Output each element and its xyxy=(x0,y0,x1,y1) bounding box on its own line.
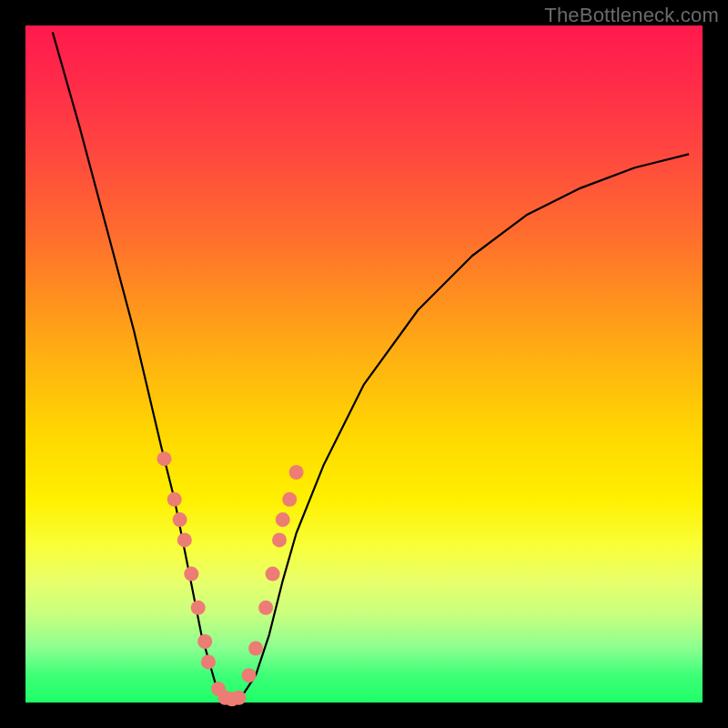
curve-marker xyxy=(197,634,212,649)
curve-marker xyxy=(173,512,187,527)
curve-marker xyxy=(242,668,257,682)
curve-marker xyxy=(184,567,198,581)
curve-marker xyxy=(276,512,290,527)
curve-marker xyxy=(272,532,287,547)
curve-marker xyxy=(177,532,192,547)
curve-marker xyxy=(266,567,280,581)
curve-marker xyxy=(289,465,304,480)
curve-marker xyxy=(248,642,263,656)
curve-marker xyxy=(282,492,297,507)
bottleneck-curve xyxy=(53,32,689,699)
curve-marker xyxy=(231,691,246,705)
chart-frame: TheBottleneck.com xyxy=(0,0,728,728)
curve-marker xyxy=(157,451,172,466)
curve-marker xyxy=(167,492,182,507)
watermark-text: TheBottleneck.com xyxy=(544,4,719,27)
marker-group xyxy=(157,451,304,706)
curve-marker xyxy=(191,601,206,615)
curve-marker xyxy=(201,654,216,669)
bottleneck-curve-svg xyxy=(25,25,703,703)
curve-marker xyxy=(258,601,273,615)
plot-area xyxy=(25,25,703,703)
